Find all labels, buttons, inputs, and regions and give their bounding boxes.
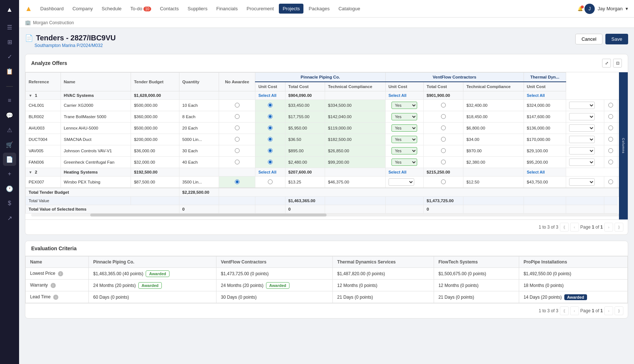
sidebar-docs-icon[interactable]: 📋: [3, 65, 16, 78]
ventflow-radio-pex007[interactable]: [441, 179, 446, 184]
noawardee-radio-ahu003[interactable]: [235, 125, 240, 130]
ventflow-radio-ahu003[interactable]: [441, 125, 446, 130]
section-name-2: Heating Systems: [61, 168, 131, 176]
prev-page-btn[interactable]: ‹: [570, 223, 579, 232]
pinnacle-tech-blr002[interactable]: YesNo: [391, 113, 417, 120]
nav-dashboard[interactable]: Dashboard: [37, 4, 68, 14]
noawardee-radio-blr002[interactable]: [235, 114, 240, 119]
nav-financials[interactable]: Financials: [212, 4, 241, 14]
thermal-radio-chl001[interactable]: [608, 103, 613, 108]
first-page-btn[interactable]: ⟪: [560, 223, 569, 232]
ventflow-tech-pex007[interactable]: YesNo: [569, 178, 595, 186]
nav-company[interactable]: Company: [69, 4, 96, 14]
ventflow-total-duct004: $170,000.00: [524, 134, 566, 145]
ventflow-tech-ahu003[interactable]: YesNo: [569, 124, 595, 132]
ventflow-radio-blr002[interactable]: [441, 114, 446, 119]
eval-next-page-btn[interactable]: ›: [604, 306, 613, 315]
thermal-radio-pex007[interactable]: [608, 179, 613, 184]
horizontal-scrollbar[interactable]: [31, 214, 622, 216]
pinnacle-radio-duct004[interactable]: [268, 137, 273, 142]
pinnacle-tech-fan006[interactable]: YesNo: [391, 159, 417, 166]
pinnacle-select-all-1[interactable]: Select All: [258, 93, 276, 98]
ventflow-tech-blr002[interactable]: YesNo: [569, 113, 595, 120]
sidebar-tender-icon[interactable]: 📄: [3, 153, 16, 166]
thermal-radio-blr002[interactable]: [608, 114, 613, 119]
sidebar-cart-icon[interactable]: 🛒: [3, 138, 16, 151]
nav-procurement[interactable]: Procurement: [243, 4, 277, 14]
last-page-btn[interactable]: ⟫: [615, 223, 623, 232]
save-button[interactable]: Save: [605, 34, 628, 44]
pinnacle-tech-ahu003[interactable]: YesNo: [391, 124, 417, 132]
sidebar-list-icon[interactable]: ≡: [3, 94, 16, 107]
lead-time-info-icon[interactable]: i: [53, 295, 58, 300]
ventflow-tech-fan006[interactable]: YesNo: [569, 159, 595, 166]
sidebar-clock-icon[interactable]: 🕐: [3, 182, 16, 195]
pinnacle-tech-chl001[interactable]: YesNo: [391, 102, 417, 109]
nav-catalogue[interactable]: Catalogue: [335, 4, 364, 14]
nav-packages[interactable]: Packages: [305, 4, 333, 14]
expand-icon[interactable]: ⤢: [602, 59, 611, 68]
pinnacle-select-all-2[interactable]: Select All: [258, 170, 276, 174]
notification-icon[interactable]: 🔔: [577, 6, 583, 11]
thermal-radio-vav005[interactable]: [608, 148, 613, 153]
noawardee-radio-chl001[interactable]: [235, 103, 240, 108]
nav-projects[interactable]: Projects: [279, 4, 303, 14]
ventflow-radio-duct004[interactable]: [441, 137, 446, 142]
eval-last-page-btn[interactable]: ⟫: [615, 306, 623, 315]
next-page-btn[interactable]: ›: [604, 223, 613, 232]
thermal-select-all-2[interactable]: Select All: [527, 170, 545, 174]
ventflow-tech-chl001[interactable]: YesNo: [569, 102, 595, 109]
ventflow-tech-vav005[interactable]: YesNo: [569, 147, 595, 154]
nav-schedule[interactable]: Schedule: [98, 4, 125, 14]
sidebar-chat-icon[interactable]: 💬: [3, 109, 16, 122]
sidebar-check-icon[interactable]: ✓: [3, 50, 16, 63]
ventflow-select-all-1[interactable]: Select All: [389, 93, 407, 98]
warranty-info-icon[interactable]: i: [51, 283, 56, 288]
pinnacle-radio-vav005[interactable]: [268, 148, 273, 153]
pinnacle-radio-chl001[interactable]: [268, 103, 273, 108]
section-collapse-1[interactable]: ▼ 1: [26, 91, 61, 100]
section-collapse-2[interactable]: ▼ 2: [26, 168, 61, 176]
noawardee-radio-fan006[interactable]: [235, 160, 240, 164]
thermal-radio-ahu003[interactable]: [608, 125, 613, 130]
nav-suppliers[interactable]: Suppliers: [184, 4, 211, 14]
compress-icon[interactable]: ⊡: [613, 59, 622, 68]
sidebar-add-icon[interactable]: +: [3, 167, 16, 181]
user-menu[interactable]: J Jay Morgan ▾: [584, 4, 628, 14]
pinnacle-radio-ahu003[interactable]: [268, 125, 273, 130]
ventflow-total-vav005: $29,100.00: [524, 145, 566, 157]
eval-prev-page-btn[interactable]: ‹: [570, 306, 579, 315]
noawardee-radio-vav005[interactable]: [235, 148, 240, 153]
pinnacle-tech-duct004[interactable]: YesNo: [391, 136, 417, 143]
cancel-button[interactable]: Cancel: [575, 34, 602, 44]
noawardee-radio-duct004[interactable]: [235, 137, 240, 142]
pinnacle-radio-pex007[interactable]: [268, 179, 273, 184]
pinnacle-tech-vav005[interactable]: YesNo: [391, 147, 417, 154]
badge-awarded-pinnacle-price: Awarded: [146, 270, 169, 277]
eval-row-lowest-price: Lowest Price i $1,463,365.00 (40 points)…: [26, 268, 628, 280]
nav-todo[interactable]: To-do10: [127, 4, 155, 14]
lowest-price-info-icon[interactable]: i: [58, 271, 63, 276]
sidebar-currency-icon[interactable]: $: [3, 197, 16, 210]
ventflow-radio-chl001[interactable]: [441, 103, 446, 108]
pinnacle-radio-fan006[interactable]: [268, 160, 273, 164]
app-logo[interactable]: ▲: [3, 3, 16, 16]
ventflow-select-all-2[interactable]: Select All: [389, 170, 407, 174]
sidebar-alert-icon[interactable]: ⚠: [3, 123, 16, 136]
sidebar-arrow-icon[interactable]: ↗: [3, 211, 16, 225]
pinnacle-tech-pex007[interactable]: YesNo: [389, 178, 414, 186]
thermal-radio-duct004[interactable]: [608, 137, 613, 142]
ventflow-radio-vav005[interactable]: [441, 148, 446, 153]
nav-contacts[interactable]: Contacts: [156, 4, 182, 14]
ventflow-radio-fan006[interactable]: [441, 160, 446, 164]
eval-first-page-btn[interactable]: ⟪: [560, 306, 569, 315]
ventflow-total-value: $1,473,725.00: [423, 197, 463, 205]
columns-toggle-button[interactable]: Columns: [619, 72, 628, 219]
thermal-radio-fan006[interactable]: [608, 160, 613, 164]
sidebar-dashboard-icon[interactable]: ⊞: [3, 35, 16, 48]
thermal-select-all-1[interactable]: Select All: [527, 93, 545, 98]
noawardee-radio-pex007[interactable]: [235, 179, 240, 184]
sidebar-menu-icon[interactable]: ☰: [3, 21, 16, 34]
pinnacle-radio-blr002[interactable]: [268, 114, 273, 119]
ventflow-tech-duct004[interactable]: YesNo: [569, 136, 595, 143]
